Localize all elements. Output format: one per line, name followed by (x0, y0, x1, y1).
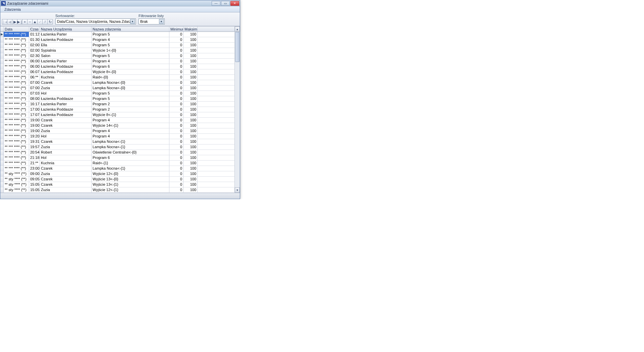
table-row[interactable]: ** sty **** (**)09:00ZuziaWyjście 12<-{0… (0, 171, 234, 177)
close-button[interactable]: ✕ (230, 1, 239, 6)
cell-spacer (198, 43, 234, 48)
cell-max: 100 (183, 187, 198, 192)
cell-czas: 19:31 (29, 139, 40, 144)
nav-post-button[interactable]: ✓ (37, 19, 43, 24)
cell-event: Wyjście 12<-{1} (92, 187, 169, 192)
header-czas[interactable]: Czas (29, 26, 40, 32)
table-row[interactable]: ** *** **** (**)21:18HolProgram 60100 (0, 155, 234, 161)
cell-max: 100 (183, 150, 198, 155)
table-row[interactable]: ** *** **** (**)02:00EllaProgram 50100 (0, 43, 234, 48)
cell-max: 100 (183, 59, 198, 64)
row-indicator (0, 107, 4, 112)
nav-prev-button[interactable]: ◀ (7, 19, 12, 24)
row-indicator: ▶ (0, 32, 4, 37)
cell-event: Lampka Nocna<-{1} (92, 166, 169, 171)
table-row[interactable]: ** *** **** (**)19:00CzarekWyjście 14<-{… (0, 123, 234, 128)
cell-spacer (198, 32, 234, 37)
header-device[interactable]: Nazwa Urządzenia (40, 26, 92, 32)
plus-icon: + (24, 20, 26, 24)
table-row[interactable]: ** *** **** (**)21:**KuchniaRaid<-{1}010… (0, 161, 234, 166)
table-row[interactable]: ** sty **** (**)15:05ZuziaWyjście 12<-{1… (0, 187, 234, 193)
check-icon: ✓ (39, 20, 42, 24)
minimize-button[interactable]: — (212, 1, 220, 6)
table-row[interactable]: ** *** **** (**)07:00ZuziaLampka Nocna<-… (0, 85, 234, 91)
cell-data: ** *** **** (**) (4, 128, 29, 133)
row-indicator (0, 187, 4, 192)
cell-czas: 07:00 (29, 80, 40, 85)
scroll-down-button[interactable]: ▼ (235, 187, 240, 193)
cell-data: ** *** **** (**) (4, 118, 29, 123)
table-row[interactable]: ** *** **** (**)07:03HolProgram 50100 (0, 91, 234, 96)
table-row[interactable]: ** *** **** (**)17:00Łazienka PoddaszePr… (0, 107, 234, 112)
table-row[interactable]: ** *** **** (**)02:30SalonProgram 50100 (0, 53, 234, 59)
nav-cancel-button[interactable]: ✗ (42, 19, 48, 24)
nav-refresh-button[interactable]: ↻ (47, 19, 53, 24)
row-indicator (0, 171, 4, 176)
cell-max: 100 (183, 128, 198, 133)
nav-edit-button[interactable]: ▲ (32, 19, 38, 24)
nav-first-button[interactable]: ❘◀ (2, 19, 7, 24)
table-row[interactable]: ** *** **** (**)08:00Łazienka PoddaszePr… (0, 96, 234, 102)
table-row[interactable]: ** *** **** (**)19:00ZuziaProgram 40100 (0, 128, 234, 134)
scroll-thumb[interactable] (235, 32, 239, 62)
cell-min: 0 (169, 187, 183, 192)
nav-add-button[interactable]: + (22, 19, 28, 24)
table-row[interactable]: ** *** **** (**)17:07Łazienka PoddaszeWy… (0, 112, 234, 118)
cell-spacer (198, 134, 234, 139)
menubar: Zdarzenia (0, 6, 240, 12)
table-row[interactable]: ** *** **** (**)06:00Łazienka PoddaszePr… (0, 64, 234, 69)
header-data[interactable]: Data (4, 26, 29, 32)
table-row[interactable]: ** *** **** (**)07:00CzarekLampka Nocna<… (0, 80, 234, 85)
table-row[interactable]: ** *** **** (**)19:57ZuziaLampka Nocna<-… (0, 144, 234, 150)
cell-device: Czarek (40, 118, 92, 123)
cell-data: ** *** **** (**) (4, 48, 29, 53)
cell-max: 100 (183, 112, 198, 117)
scroll-up-button[interactable]: ▲ (235, 26, 240, 32)
maximize-button[interactable]: ▭ (221, 1, 230, 6)
cell-max: 100 (183, 166, 198, 171)
grid-header: Data Czas Nazwa Urządzenia Nazwa zdarzen… (0, 26, 234, 32)
titlebar[interactable]: ◥ Zarządzanie zdarzeniami — ▭ ✕ (0, 0, 240, 6)
vertical-scrollbar[interactable]: ▲ ▼ (234, 26, 240, 193)
header-event[interactable]: Nazwa zdarzenia (92, 26, 169, 32)
nav-last-button[interactable]: ▶❘ (17, 19, 22, 24)
table-row[interactable]: ** *** **** (**)16:17Łazienka ParterProg… (0, 102, 234, 107)
cell-event: Program 6 (92, 155, 169, 160)
cell-spacer (198, 144, 234, 150)
header-min[interactable]: Minimum (169, 26, 183, 32)
cell-data: ** sty **** (**) (4, 182, 29, 187)
menu-zdarzenia[interactable]: Zdarzenia (2, 7, 23, 12)
table-row[interactable]: ** *** **** (**)06:00Łazienka ParterProg… (0, 59, 234, 64)
row-indicator (0, 102, 4, 107)
cell-max: 100 (183, 107, 198, 112)
table-row[interactable]: ** sty **** (**)15:05CzarekWyjście 13<-{… (0, 182, 234, 187)
sort-combo[interactable]: Data/Czas, Nazwa Urządzenia, Nazwa Zdarz… (55, 18, 136, 24)
nav-delete-button[interactable]: − (27, 19, 33, 24)
cell-spacer (198, 139, 234, 144)
table-row[interactable]: ** *** **** (**)19:00CzarekProgram 40100 (0, 118, 234, 123)
table-row[interactable]: ▶** *** **** (**)01:12Łazienka ParterPro… (0, 32, 234, 37)
cell-data: ** sty **** (**) (4, 177, 29, 182)
header-max[interactable]: Maksimum (183, 26, 198, 32)
cell-czas: 06:00 (29, 59, 40, 64)
table-row[interactable]: ** *** **** (**)01:30Łazienka PoddaszePr… (0, 37, 234, 43)
table-row[interactable]: ** *** **** (**)20:54RobertOświetlenie C… (0, 150, 234, 155)
table-row[interactable]: ** *** **** (**)06:**KuchniaRaid<-{0}010… (0, 75, 234, 80)
table-row[interactable]: ** *** **** (**)23:00CzarekLampka Nocna<… (0, 166, 234, 171)
table-row[interactable]: ** *** **** (**)02:00SypialniaWyjście 1<… (0, 48, 234, 53)
app-icon: ◥ (1, 1, 6, 6)
cell-event: Wyjście 14<-{1} (92, 123, 169, 128)
row-indicator (0, 53, 4, 58)
cell-device: Zuzia (40, 171, 92, 176)
table-row[interactable]: ** sty **** (**)09:05CzarekWyjście 13<-{… (0, 177, 234, 182)
filter-combo[interactable]: Brak ▼ (139, 18, 165, 24)
header-indicator[interactable] (0, 26, 4, 32)
table-row[interactable]: ** *** **** (**)19:20HolProgram 40100 (0, 134, 234, 139)
data-grid[interactable]: Data Czas Nazwa Urządzenia Nazwa zdarzen… (0, 26, 234, 193)
cell-min: 0 (169, 123, 183, 128)
table-row[interactable]: ** *** **** (**)06:07Łazienka PoddaszeWy… (0, 69, 234, 75)
row-indicator (0, 85, 4, 91)
table-row[interactable]: ** *** **** (**)19:31CzarekLampka Nocna<… (0, 139, 234, 144)
cell-spacer (198, 150, 234, 155)
cell-data: ** *** **** (**) (4, 43, 29, 48)
